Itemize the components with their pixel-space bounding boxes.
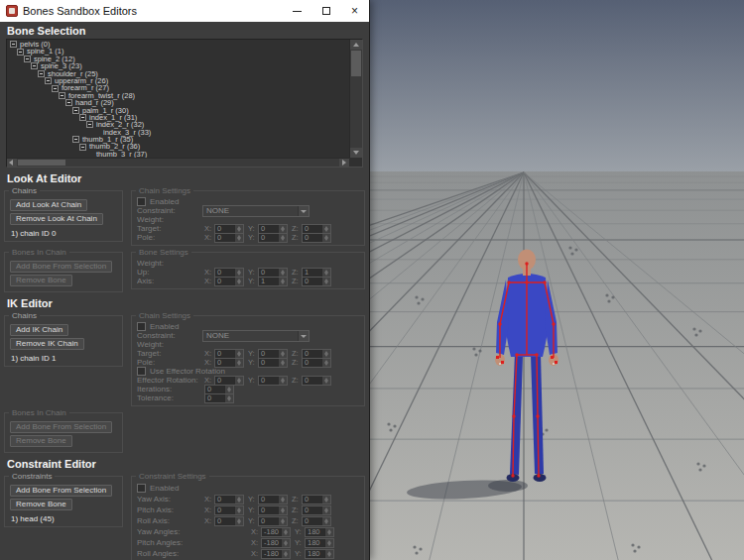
ik-add-bone-button[interactable]: Add Bone From Selection [10,421,112,433]
close-button[interactable]: × [340,0,369,22]
add-look-at-chain-button[interactable]: Add Look At Chain [10,199,87,211]
enabled-checkbox[interactable] [137,484,146,493]
collapse-icon[interactable] [52,85,59,92]
spinner-arrows-icon[interactable] [234,517,243,525]
lookat-axis-y-spinner[interactable]: 1 [258,277,288,286]
spinner-arrows-icon[interactable] [234,234,243,242]
tree-item[interactable]: palm_1_r (30) [7,107,349,114]
collapse-icon[interactable] [10,41,17,48]
scroll-down-arrow[interactable] [350,148,362,158]
add-ik-chain-button[interactable]: Add IK Chain [10,324,68,336]
tree-item[interactable]: hand_r (29) [7,99,349,106]
pitch-angle-min-spinner[interactable]: -180 [261,538,291,548]
spinner-arrows-icon[interactable] [278,234,287,242]
ik-pole-x-spinner[interactable]: 0 [214,358,244,368]
lookat-pole-x-spinner[interactable]: 0 [214,233,244,243]
ik-pole-y-spinner[interactable]: 0 [258,358,288,368]
tree-item[interactable]: index_1_r (31) [7,114,349,121]
lookat-pole-z-spinner[interactable]: 0 [302,233,331,243]
constraint-list-item[interactable]: 1) head (45) [6,512,121,523]
tree-item[interactable]: thumb_1_r (35) [7,136,349,143]
tree-item[interactable]: forearm_r (27) [7,84,349,91]
yaw-angle-min-spinner[interactable]: -180 [261,527,291,537]
spinner-arrows-icon[interactable] [278,496,287,504]
ik-pole-z-spinner[interactable]: 0 [302,358,331,368]
tree-item[interactable]: upperarm_r (26) [7,77,349,84]
tree-item[interactable]: thumb_2_r (36) [7,143,349,150]
remove-look-at-chain-button[interactable]: Remove Look At Chain [10,213,103,225]
constraint-add-bone-button[interactable]: Add Bone From Selection [10,485,112,497]
spinner-arrows-icon[interactable] [278,278,287,285]
spinner-arrows-icon[interactable] [321,269,330,277]
use-effector-rotation-checkbox[interactable] [137,367,146,376]
spinner-arrows-icon[interactable] [234,225,243,233]
spinner-arrows-icon[interactable] [324,539,333,547]
spinner-arrows-icon[interactable] [324,550,333,558]
collapse-icon[interactable] [79,144,86,151]
spinner-arrows-icon[interactable] [234,377,243,385]
spinner-arrows-icon[interactable] [321,350,330,358]
roll-angle-min-spinner[interactable]: -180 [261,549,291,559]
spinner-arrows-icon[interactable] [321,377,330,385]
lookat-pole-y-spinner[interactable]: 0 [258,233,288,243]
spinner-arrows-icon[interactable] [278,359,287,367]
lookat-axis-z-spinner[interactable]: 0 [302,277,331,286]
enabled-checkbox[interactable] [137,322,146,331]
ik-effector-y-spinner[interactable]: 0 [258,376,288,386]
pitch-angle-max-spinner[interactable]: 180 [305,538,334,548]
lookat-constraint-select[interactable]: NONE [202,205,310,217]
yaw-angle-max-spinner[interactable]: 180 [305,527,334,537]
maximize-button[interactable] [311,0,340,22]
pitch-axis-y-spinner[interactable]: 0 [258,505,288,515]
yaw-axis-z-spinner[interactable]: 0 [302,495,331,504]
collapse-icon[interactable] [72,136,79,143]
spinner-arrows-icon[interactable] [321,234,330,242]
scroll-right-arrow[interactable] [339,159,349,167]
collapse-icon[interactable] [31,62,38,69]
tree-vertical-scrollbar[interactable] [349,40,362,158]
spinner-arrows-icon[interactable] [278,225,287,233]
spinner-arrows-icon[interactable] [278,377,287,385]
tree-horizontal-scrollbar[interactable] [7,158,349,167]
roll-axis-z-spinner[interactable]: 0 [302,516,331,526]
yaw-axis-x-spinner[interactable]: 0 [214,495,244,504]
spinner-arrows-icon[interactable] [281,550,290,558]
ik-chain-list-item[interactable]: 1) chain ID 1 [6,352,121,363]
spinner-arrows-icon[interactable] [321,278,330,285]
ik-constraint-select[interactable]: NONE [202,330,310,342]
spinner-arrows-icon[interactable] [234,278,243,285]
roll-axis-y-spinner[interactable]: 0 [258,516,288,526]
spinner-arrows-icon[interactable] [234,506,243,514]
lookat-axis-x-spinner[interactable]: 0 [214,277,244,286]
spinner-arrows-icon[interactable] [234,496,243,504]
spinner-arrows-icon[interactable] [278,269,287,277]
collapse-icon[interactable] [24,56,31,62]
spinner-arrows-icon[interactable] [321,496,330,504]
spinner-arrows-icon[interactable] [234,350,243,358]
scroll-left-arrow[interactable] [7,159,17,167]
spinner-arrows-icon[interactable] [278,506,287,514]
spinner-arrows-icon[interactable] [234,269,243,277]
yaw-axis-y-spinner[interactable]: 0 [258,495,288,504]
scroll-up-arrow[interactable] [350,40,362,50]
pitch-axis-z-spinner[interactable]: 0 [302,505,331,515]
scroll-thumb[interactable] [18,160,65,166]
ik-effector-z-spinner[interactable]: 0 [302,376,331,386]
tree-item[interactable]: forearm_twist_r (28) [7,92,349,99]
spinner-arrows-icon[interactable] [321,359,330,367]
lookat-add-bone-button[interactable]: Add Bone From Selection [10,261,112,273]
spinner-arrows-icon[interactable] [324,528,333,536]
pitch-axis-x-spinner[interactable]: 0 [214,505,244,515]
roll-angle-max-spinner[interactable]: 180 [305,549,334,559]
tree-item[interactable]: index_3_r (33) [7,129,349,136]
spinner-arrows-icon[interactable] [321,517,330,525]
bone-tree[interactable]: pelvis (0) spine_1 (1) spine_2 (12) spin… [6,39,363,168]
window-titlebar[interactable]: Bones Sandbox Editors × [0,0,369,22]
lookat-chain-list-item[interactable]: 1) chain ID 0 [6,227,121,238]
collapse-icon[interactable] [72,107,79,114]
spinner-arrows-icon[interactable] [281,528,290,536]
spinner-arrows-icon[interactable] [321,225,330,233]
spinner-arrows-icon[interactable] [224,386,233,393]
ik-tolerance-spinner[interactable]: 0 [204,393,234,403]
scroll-thumb[interactable] [351,51,361,76]
